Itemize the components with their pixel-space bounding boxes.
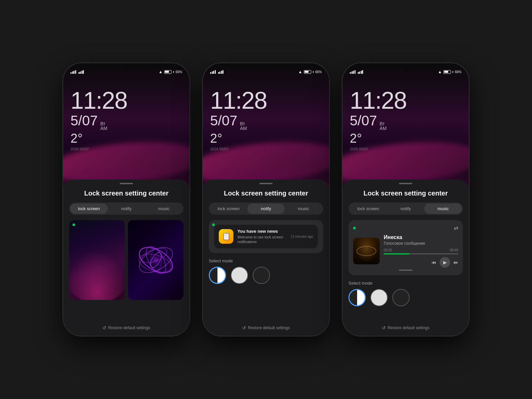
phone-1-notch [124,67,129,72]
music-time-total: 08:45 [450,248,458,252]
music-time-current: 03:55 [384,248,392,252]
clock-date-row-1: 5/07 Вт AM [70,114,182,131]
battery-tip [173,71,174,73]
mode-half-dark-2[interactable] [209,267,226,284]
mode-dark-2[interactable] [253,267,270,284]
music-shuffle-icon[interactable]: ⇄ [454,225,458,231]
clock-ampm-3: AM [380,126,387,131]
restore-btn-2[interactable]: ↺ Restore default settings [242,323,290,331]
signal-group-6 [358,70,363,74]
bar4 [222,70,223,74]
clock-time-3: 11:28 [350,88,462,112]
skip-back-button[interactable]: ⏮ [432,260,436,265]
restore-icon-2: ↺ [242,325,246,331]
tab-bar-1: lock screen notify music [69,202,184,215]
signal-group-4 [218,70,224,74]
battery-fill-3 [444,71,448,73]
tab-notify-1[interactable]: notify [108,203,145,214]
phone-2-signals [210,70,223,74]
bar3 [213,71,214,74]
bar3 [81,71,82,74]
bar4 [362,70,363,74]
clock-photo-date-1: 2024 05/07 [70,147,182,151]
music-progress-bar[interactable] [384,253,458,254]
clock-date-3: 5/07 [350,114,377,128]
battery-icon-3 [444,70,451,74]
phone-1-bottom-sheet: Lock screen setting center lock screen n… [63,180,190,336]
phone-3-bottom-sheet: Lock screen setting center lock screen n… [342,180,469,336]
clock-time-2: 11:28 [210,88,322,112]
signal-group-3 [210,70,216,74]
tab-notify-3[interactable]: notify [387,203,425,214]
sheet-handle-2 [259,183,273,184]
sheet-handle-3 [399,183,412,184]
tab-lock-screen-2[interactable]: lock screen [210,203,247,214]
clock-day-name-2: Вт [240,121,245,126]
phone-2-status-icons: ▲ 66% [298,69,322,74]
restore-icon-3: ↺ [382,325,386,331]
music-divider [399,270,412,271]
phone-1-signals [70,70,84,74]
thumb-glow [69,250,125,300]
tab-notify-2[interactable]: notify [247,203,285,214]
restore-btn-1[interactable]: ↺ Restore default settings [102,323,150,331]
mode-light-3[interactable] [370,289,388,306]
notify-inner: 📋 You have new news Welcome to use lock … [214,225,318,248]
clock-time-1: 11:28 [70,88,182,112]
battery-tip-2 [313,71,314,73]
spiral-art [133,237,179,283]
phone-2-bottom-sheet: Lock screen setting center lock screen n… [203,180,329,336]
tab-music-1[interactable]: music [145,203,183,214]
clock-date-2: 5/07 [210,114,237,128]
battery-percentage: 66% [176,70,182,74]
wallpaper-thumb-left[interactable] [69,220,125,300]
tab-lock-screen-1[interactable]: lock screen [70,203,108,214]
bar2 [219,71,220,74]
bar2 [359,71,360,74]
play-button[interactable]: ▶ [440,257,450,268]
restore-label-3: Restore default settings [387,326,429,330]
wallpaper-thumbs[interactable] [69,220,184,300]
clock-date-row-3: 5/07 Вт AM [350,114,462,131]
battery-icon [164,70,172,74]
phone-2-notch [264,67,268,72]
clock-ampm-2: AM [240,126,247,131]
mode-dark-3[interactable] [392,289,410,306]
phone-1-status-icons: ▲ 66% [159,69,182,74]
restore-icon-1: ↺ [102,325,106,331]
battery-icon-2 [304,70,311,74]
music-time: 03:55 08:45 [384,248,458,252]
clock-temp-1: 2° [70,131,182,146]
svg-point-5 [149,253,163,267]
mode-half-dark-3[interactable] [348,289,366,306]
restore-btn-3[interactable]: ↺ Restore default settings [382,323,429,331]
wallpaper-thumb-right[interactable] [128,220,184,300]
phone-3-status-icons: ▲ 66% [438,69,462,74]
mode-light-2[interactable] [231,267,248,284]
tab-music-3[interactable]: music [424,203,462,214]
restore-label-2: Restore default settings [248,326,290,330]
bar2 [212,71,213,74]
bar4 [354,70,355,74]
music-progress-fill [384,253,410,254]
tab-bar-3: lock screen notify music [348,202,463,215]
bar1 [358,72,359,74]
clock-temp-3: 2° [350,131,462,146]
music-card: ⇄ Инеска Голосовое сообщение 03:55 [348,220,463,275]
wifi-icon-2: ▲ [298,69,302,74]
signal-group-2 [78,70,84,74]
tab-lock-screen-3[interactable]: lock screen [349,203,387,214]
wifi-icon-3: ▲ [438,69,442,74]
mode-circles-3 [348,289,463,306]
tab-bar-2: lock screen notify music [209,202,323,215]
notify-time: 13 minutes ago [291,235,313,238]
notify-text: You have new news Welcome to use lock sc… [237,229,287,244]
clock-date-1: 5/07 [70,114,98,128]
tab-music-2[interactable]: music [285,203,322,214]
clock-date-row-2: 5/07 Вт AM [210,114,322,131]
clock-day-1: Вт AM [100,121,107,131]
sheet-handle-1 [120,183,133,184]
sheet-title-1: Lock screen setting center [84,190,168,197]
bar4 [75,70,76,74]
skip-forward-button[interactable]: ⏭ [454,260,458,265]
